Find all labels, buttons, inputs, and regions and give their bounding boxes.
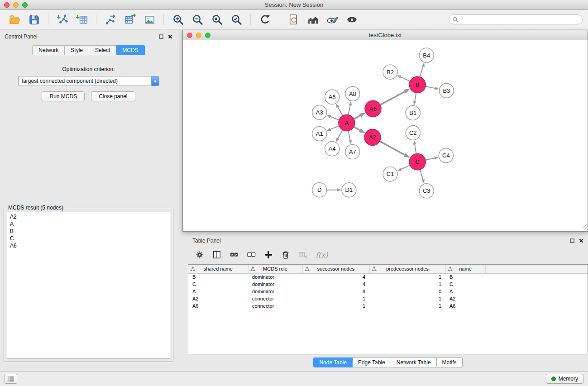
export-table-button[interactable] (121, 12, 139, 27)
network-close-button[interactable] (187, 33, 192, 38)
resize-handle[interactable] (582, 223, 587, 231)
export-image-button[interactable] (140, 12, 158, 27)
close-window-button[interactable] (4, 2, 10, 8)
graph-edge-A6-B[interactable] (380, 91, 405, 105)
column-header-predecessor-nodes[interactable]: predecessor nodes (369, 265, 445, 273)
graph-node-A1[interactable]: A1 (312, 126, 327, 141)
graph-node-D1[interactable]: D1 (342, 183, 356, 197)
network-minimize-button[interactable] (196, 33, 201, 38)
tab-edge-table[interactable]: Edge Table (353, 357, 391, 367)
graph-node-A3[interactable]: A3 (312, 105, 327, 119)
zoom-selected-button[interactable] (227, 12, 245, 27)
run-mcds-button[interactable]: Run MCDS (42, 91, 85, 101)
graph-node-C4[interactable]: C4 (439, 148, 453, 163)
graph-edge-A2-C[interactable] (380, 141, 405, 155)
zoom-out-button[interactable] (188, 12, 206, 27)
float-table-panel-button[interactable] (570, 238, 574, 243)
close-panel-action-button[interactable]: Close panel (91, 91, 135, 101)
graph-edge-A-A1[interactable] (330, 126, 339, 129)
result-item[interactable]: A2 (10, 213, 167, 220)
close-panel-button[interactable] (168, 34, 172, 39)
zoom-in-button[interactable] (169, 12, 187, 27)
search-input[interactable] (461, 16, 578, 23)
graph-node-A6[interactable]: A6 (365, 100, 381, 117)
show-graphics-details-button[interactable] (343, 12, 361, 27)
result-item[interactable]: C (10, 235, 167, 242)
network-zoom-button[interactable] (205, 33, 210, 38)
result-item[interactable]: A6 (10, 242, 167, 249)
tab-mcds[interactable]: MCDS (116, 45, 144, 55)
delete-table-button[interactable] (298, 250, 307, 259)
table-settings-button[interactable] (195, 250, 204, 259)
function-builder-button[interactable]: f(x) (316, 251, 328, 259)
graph-node-B[interactable]: B (409, 76, 425, 93)
graph-node-A4[interactable]: A4 (325, 142, 339, 156)
graph-node-D[interactable]: D (312, 183, 327, 197)
minimize-window-button[interactable] (13, 2, 19, 8)
graph-node-A[interactable]: A (339, 114, 355, 131)
graph-node-A8[interactable]: A8 (345, 86, 360, 101)
table-row[interactable]: A6connector11A6 (188, 302, 588, 310)
network-canvas[interactable]: B4B2BB3A8A5A6A3B1AC2A1A2A4A7C4CC1DD1C3 (183, 40, 588, 231)
table-row[interactable]: A2connector11A2 (188, 295, 588, 302)
optimization-criterion-dropdown[interactable]: largest connected component (directed) (18, 76, 159, 86)
import-network-from-file-button[interactable] (53, 12, 72, 27)
open-session-button[interactable] (5, 12, 24, 27)
graph-edge-A-A3[interactable] (330, 117, 339, 120)
column-header-shared-name[interactable]: shared name (188, 265, 248, 273)
zoom-fit-button[interactable] (208, 12, 226, 27)
graph-edge-B-B3[interactable] (425, 86, 435, 88)
hide-graphics-details-button[interactable] (323, 12, 341, 27)
graph-node-C2[interactable]: C2 (406, 125, 420, 140)
graph-node-C[interactable]: C (409, 154, 425, 170)
apply-preferred-layout-button[interactable] (256, 12, 274, 27)
home-button[interactable] (304, 12, 322, 27)
float-panel-button[interactable] (159, 34, 163, 39)
export-network-button[interactable] (101, 12, 120, 27)
import-table-from-file-button[interactable] (73, 12, 91, 27)
export-document-button[interactable] (284, 12, 302, 27)
graph-edge-B-B2[interactable] (401, 77, 410, 81)
graph-node-B3[interactable]: B3 (439, 83, 454, 98)
save-session-button[interactable] (25, 12, 43, 27)
graph-edge-C-C3[interactable] (420, 170, 423, 180)
graph-edge-A-A8[interactable] (348, 105, 350, 115)
tab-style[interactable]: Style (65, 45, 89, 55)
graph-node-B1[interactable]: B1 (406, 105, 420, 120)
tab-network[interactable]: Network (32, 45, 65, 55)
delete-row-button[interactable] (281, 250, 290, 259)
tab-motifs[interactable]: Motifs (437, 357, 463, 367)
graph-edge-B-B1[interactable] (415, 93, 416, 101)
graph-edge-C-C1[interactable] (401, 165, 410, 169)
add-row-button[interactable] (264, 250, 273, 259)
table-row[interactable]: Adominator80A (188, 288, 588, 295)
column-header-successor-nodes[interactable]: successor nodes (302, 265, 369, 273)
graph-edge-A-A4[interactable] (338, 130, 343, 138)
graph-edge-A-A5[interactable] (338, 107, 343, 116)
graph-edge-A-A2[interactable] (354, 127, 360, 130)
tab-node-table[interactable]: Node Table (313, 357, 353, 367)
tab-network-table[interactable]: Network Table (391, 357, 437, 367)
column-header-MCDS-role[interactable]: MCDS role (248, 265, 302, 273)
graph-node-A2[interactable]: A2 (364, 129, 381, 145)
split-columns-button[interactable] (212, 250, 221, 259)
graph-node-A5[interactable]: A5 (325, 90, 339, 104)
result-item[interactable]: B (10, 228, 167, 235)
column-header-name[interactable]: name (445, 265, 485, 273)
graph-edge-A-A7[interactable] (348, 131, 350, 140)
graph-edge-C-C4[interactable] (425, 158, 435, 160)
graph-edge-C-C2[interactable] (415, 144, 416, 154)
graph-node-C3[interactable]: C3 (419, 184, 434, 198)
unselect-all-button[interactable] (247, 250, 256, 259)
tab-select[interactable]: Select (89, 45, 116, 55)
table-row[interactable]: Bdominator41B (188, 273, 588, 281)
result-item[interactable]: A (10, 220, 167, 228)
close-table-panel-button[interactable] (579, 238, 583, 243)
graph-node-A7[interactable]: A7 (345, 145, 360, 159)
select-all-button[interactable] (229, 250, 239, 259)
graph-node-B4[interactable]: B4 (419, 48, 434, 62)
graph-edge-B-B4[interactable] (420, 67, 423, 77)
graph-node-C1[interactable]: C1 (383, 167, 397, 181)
graph-edge-A-A6[interactable] (354, 115, 360, 119)
table-row[interactable]: Cdominator41C (188, 281, 588, 288)
